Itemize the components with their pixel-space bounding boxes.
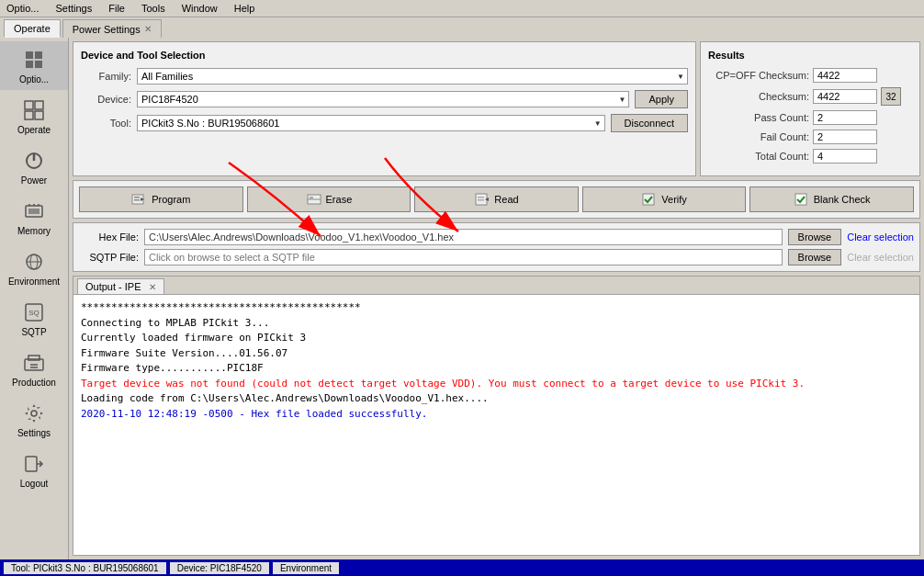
cp-off-checksum-row: CP=OFF Checksum: [708, 68, 912, 83]
sidebar-item-settings[interactable]: Settings [0, 395, 68, 444]
power-icon [21, 148, 47, 174]
sidebar-item-power[interactable]: Power [0, 142, 68, 191]
total-count-row: Total Count: [708, 149, 912, 164]
menu-help[interactable]: Help [231, 2, 258, 15]
checksum-button[interactable]: 32 [881, 87, 901, 106]
cp-off-checksum-label: CP=OFF Checksum: [708, 70, 809, 81]
erase-button[interactable]: Erase [247, 186, 411, 212]
device-section: Device and Tool Selection Family: All Fa… [73, 41, 696, 176]
sqtp-file-input[interactable] [144, 249, 783, 265]
apply-button[interactable]: Apply [635, 90, 688, 108]
tab-power-settings[interactable]: Power Settings ✕ [62, 19, 162, 38]
main-panel: Device and Tool Selection Family: All Fa… [69, 38, 924, 559]
output-line: Firmware Suite Version....01.56.07 [81, 346, 912, 362]
svg-rect-29 [134, 197, 140, 198]
device-row: Device: PIC18F4520 Apply [81, 90, 688, 108]
menu-window[interactable]: Window [179, 2, 220, 15]
read-button[interactable]: Read [414, 186, 579, 212]
program-label: Program [152, 194, 190, 205]
output-tab[interactable]: Output - IPE ✕ [77, 278, 164, 294]
file-section: Hex File: Browse Clear selection SQTP Fi… [73, 222, 920, 272]
close-power-settings-icon[interactable]: ✕ [144, 24, 152, 34]
hex-browse-button[interactable]: Browse [788, 229, 842, 245]
fail-count-input[interactable] [813, 130, 877, 144]
content-area: Optio... Operate [0, 38, 924, 559]
svg-rect-4 [25, 101, 33, 109]
svg-rect-7 [35, 111, 43, 119]
svg-rect-39 [795, 194, 806, 205]
family-select[interactable]: All Families [137, 68, 688, 85]
sidebar-item-memory[interactable]: Memory [0, 193, 68, 242]
pass-count-row: Pass Count: [708, 110, 912, 125]
sidebar-item-operate[interactable]: Operate [0, 92, 68, 141]
sidebar-power-label: Power [21, 175, 47, 186]
total-count-input[interactable] [813, 149, 877, 164]
output-line: Connecting to MPLAB PICkit 3... [81, 316, 912, 332]
tool-select[interactable]: PICkit3 S.No : BUR195068601 [137, 115, 605, 131]
family-select-wrapper: All Families [137, 68, 688, 85]
hex-file-input[interactable] [144, 229, 783, 245]
checksum-input[interactable] [813, 89, 877, 104]
action-row: Program Erase [73, 180, 920, 219]
program-button[interactable]: Program [79, 186, 243, 212]
file-section-container: Hex File: Browse Clear selection SQTP Fi… [73, 222, 920, 272]
blank-check-button[interactable]: Blank Check [749, 186, 914, 212]
erase-label: Erase [326, 194, 353, 205]
output-tab-close-icon[interactable]: ✕ [149, 282, 156, 292]
output-section: Output - IPE ✕ *************************… [73, 276, 920, 556]
verify-button[interactable]: Verify [582, 186, 747, 212]
sidebar-item-logout[interactable]: Logout [0, 446, 68, 494]
menu-bar: Optio... Settings File Tools Window Help [0, 0, 924, 17]
verify-icon [641, 191, 658, 208]
sqtp-browse-button[interactable]: Browse [788, 249, 842, 265]
svg-rect-0 [26, 51, 33, 59]
status-device: Device: PIC18F4520 [170, 562, 269, 574]
svg-rect-21 [28, 356, 39, 360]
device-select[interactable]: PIC18F4520 [137, 91, 629, 107]
settings-icon [21, 401, 47, 426]
fail-count-label: Fail Count: [708, 131, 809, 142]
tab-operate-label: Operate [14, 23, 51, 34]
svg-rect-2 [26, 61, 33, 68]
menu-file[interactable]: File [106, 2, 128, 15]
menu-settings[interactable]: Settings [52, 2, 95, 15]
output-line: ****************************************… [81, 300, 912, 316]
svg-rect-6 [25, 111, 33, 119]
output-line: 2020-11-10 12:48:19 -0500 - Hex file loa… [81, 407, 912, 423]
read-label: Read [494, 194, 518, 205]
svg-text:SQ: SQ [28, 309, 39, 317]
pass-count-input[interactable] [813, 110, 877, 125]
output-line: Target device was not found (could not d… [81, 377, 912, 392]
sqtp-icon: SQ [21, 299, 47, 325]
hex-clear-button[interactable]: Clear selection [847, 232, 914, 243]
svg-rect-38 [643, 194, 654, 205]
checksum-row: Checksum: 32 [708, 87, 912, 106]
hex-file-row: Hex File: Browse Clear selection [79, 229, 914, 245]
disconnect-button[interactable]: Disconnect [611, 114, 688, 132]
sidebar-item-optio[interactable]: Optio... [0, 41, 68, 90]
menu-tools[interactable]: Tools [139, 2, 168, 15]
globe-icon [21, 249, 47, 275]
device-section-title: Device and Tool Selection [81, 50, 688, 61]
cp-off-checksum-input[interactable] [813, 68, 877, 83]
sidebar-item-sqtp[interactable]: SQ SQTP [0, 294, 68, 343]
sqtp-file-label: SQTP File: [79, 252, 139, 263]
logout-icon [21, 451, 47, 477]
sqtp-file-row: SQTP File: Browse Clear selection [79, 249, 914, 265]
tab-operate[interactable]: Operate [4, 19, 61, 38]
svg-rect-33 [310, 197, 313, 199]
output-tab-label: Output - IPE [85, 281, 141, 292]
menu-optio[interactable]: Optio... [4, 2, 41, 15]
output-line: Loading code from C:\Users\Alec.Andrews\… [81, 391, 912, 407]
results-section: Results CP=OFF Checksum: Checksum: 32 Pa… [700, 41, 920, 176]
total-count-label: Total Count: [708, 151, 809, 162]
status-tool: Tool: PICkit3 S.No : BUR195068601 [4, 562, 166, 574]
sidebar-sqtp-label: SQTP [21, 327, 46, 337]
sidebar-item-production[interactable]: Production [0, 344, 68, 393]
sidebar-item-environment[interactable]: Environment [0, 243, 68, 292]
tool-select-wrapper: PICkit3 S.No : BUR195068601 [137, 115, 605, 131]
tool-row: Tool: PICkit3 S.No : BUR195068601 Discon… [81, 114, 688, 132]
svg-rect-37 [478, 199, 484, 201]
erase-icon [306, 191, 322, 208]
svg-rect-1 [35, 51, 42, 59]
